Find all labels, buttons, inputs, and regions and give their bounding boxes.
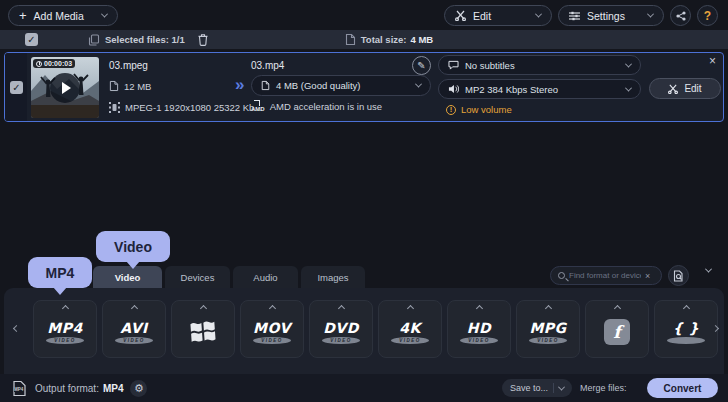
share-button[interactable]: [670, 5, 691, 26]
clock-icon: [36, 61, 42, 67]
convert-arrow-icon: »: [235, 75, 241, 95]
output-format-icon: MP4: [12, 380, 27, 397]
file-icon: [261, 80, 270, 91]
collapse-panel-chevron[interactable]: [705, 266, 712, 273]
total-size-file-icon: [345, 33, 356, 46]
source-codec: MPEG-1 1920x1080 25322 Kb...: [125, 102, 262, 113]
source-size-row: 12 MB: [109, 80, 151, 92]
format-search[interactable]: ×: [550, 266, 662, 285]
mov-logo: MOVVIDEO: [253, 311, 291, 357]
edit-file-label: Edit: [684, 83, 701, 94]
format-tile-avi[interactable]: AVIVIDEOAVI: [102, 300, 166, 358]
output-filename: 03.mp4: [251, 60, 284, 71]
output-quality-value: 4 MB (Good quality): [276, 80, 360, 91]
video-thumbnail[interactable]: 00:00:03: [31, 57, 99, 118]
row-checkbox[interactable]: ✓: [10, 81, 23, 94]
warning-row: ! Low volume: [446, 104, 512, 115]
acceleration-text: AMD acceleration is in use: [270, 101, 382, 112]
remove-file-button[interactable]: ×: [709, 54, 716, 68]
format-tile-flv[interactable]: fFLV (Flash Video): [585, 300, 649, 358]
tab-images[interactable]: Images: [301, 266, 365, 288]
source-size: 12 MB: [124, 81, 151, 92]
audio-track-dropdown[interactable]: MP2 384 Kbps Stereo: [438, 79, 641, 99]
edit-file-button[interactable]: Edit: [649, 78, 721, 99]
tile-logo-text: 4K: [399, 321, 421, 335]
select-all-checkbox[interactable]: ✓: [25, 33, 38, 46]
tab-audio[interactable]: Audio: [233, 266, 298, 288]
file-row[interactable]: ✓ 00:00:03 03.mpeg 12 MB MPEG-1 1920x108…: [4, 52, 724, 122]
topbar-left: + Add Media: [8, 5, 118, 26]
acceleration-row: AMD AMD acceleration is in use: [251, 101, 382, 112]
windows-logo-icon: [190, 320, 216, 344]
play-button[interactable]: [50, 73, 80, 103]
format-tile-mp4[interactable]: MP4VIDEOMP4: [33, 300, 97, 358]
mp4-callout: MP4: [28, 257, 92, 288]
audio-track-value: MP2 384 Kbps Stereo: [465, 84, 558, 95]
share-icon: [676, 11, 686, 21]
tile-logo-oval: VIDEO: [529, 337, 567, 344]
hd-logo: HDVIDEO: [460, 311, 498, 357]
topbar-right: Edit Settings ?: [444, 5, 718, 26]
chevron-down-icon: [558, 383, 565, 390]
source-filename: 03.mpeg: [109, 60, 148, 71]
output-format-settings-button[interactable]: ⚙: [130, 380, 147, 397]
subtitles-dropdown[interactable]: No subtitles: [438, 55, 641, 75]
add-media-button[interactable]: + Add Media: [8, 5, 118, 26]
tab-video[interactable]: Video: [93, 266, 162, 288]
output-quality-dropdown[interactable]: 4 MB (Good quality): [251, 75, 431, 96]
format-tile-dvd[interactable]: DVDVIDEODVD-Compatible Video: [309, 300, 373, 358]
mp4-callout-label: MP4: [46, 265, 75, 281]
video-callout-label: Video: [114, 239, 152, 255]
chevron-down-icon: [101, 11, 108, 18]
tile-logo-text: DVD: [323, 321, 359, 335]
speaker-icon: [448, 84, 459, 94]
settings-button[interactable]: Settings: [558, 5, 664, 26]
format-tile-hd[interactable]: HDVIDEOHD/Full HD: [447, 300, 511, 358]
warning-icon: !: [446, 105, 456, 115]
bottom-bar: MP4 Output format: MP4 ⚙ Save to... Merg…: [0, 374, 728, 402]
format-tile-mov[interactable]: MOVVIDEOMOV: [240, 300, 304, 358]
format-tile-4k[interactable]: 4KVIDEO4K Ultra HD: [378, 300, 442, 358]
video-callout: Video: [96, 231, 170, 262]
output-format-value: MP4: [103, 383, 124, 394]
browse-preset-button[interactable]: [668, 265, 689, 286]
search-icon: [558, 272, 565, 279]
subtitles-value: No subtitles: [465, 60, 515, 71]
mpg-logo: MPGVIDEO: [529, 311, 567, 357]
tab-devices[interactable]: Devices: [165, 266, 230, 288]
rename-button[interactable]: ✎: [412, 56, 431, 75]
edit-menu-button[interactable]: Edit: [444, 5, 552, 26]
tile-logo-oval: VIDEO: [391, 337, 429, 344]
selection-bar: ✓ Selected files: 1/1 Total size: 4 MB: [0, 30, 728, 49]
duration-text: 00:00:03: [44, 60, 72, 67]
divider: [553, 383, 554, 393]
add-media-label: Add Media: [34, 10, 84, 22]
tile-logo-oval: VIDEO: [253, 337, 291, 344]
duration-badge: 00:00:03: [33, 59, 75, 68]
tile-logo-text: MP4: [47, 321, 82, 335]
amd-icon: AMD: [251, 106, 265, 112]
format-tile-wmv[interactable]: WMV: [171, 300, 235, 358]
chevron-down-icon: [415, 81, 422, 88]
format-tabs: VideoDevicesAudioImages: [93, 266, 365, 288]
search-input[interactable]: [569, 271, 641, 280]
scroll-left-arrow[interactable]: [13, 325, 20, 332]
tile-logo-oval: VIDEO: [115, 337, 153, 344]
help-button[interactable]: ?: [697, 5, 718, 26]
format-tile-mkv[interactable]: { }MKV: [654, 300, 718, 358]
wmv-logo: [190, 311, 216, 357]
save-to-button[interactable]: Save to...: [502, 379, 572, 397]
search-clear-icon[interactable]: ×: [645, 271, 650, 281]
4k-logo: 4KVIDEO: [391, 311, 429, 357]
convert-label: Convert: [664, 383, 702, 394]
file-icon: [109, 80, 119, 92]
convert-button[interactable]: Convert: [647, 378, 718, 398]
speech-bubble-icon: [448, 60, 459, 70]
format-tile-mpg[interactable]: MPGVIDEOMPG: [516, 300, 580, 358]
trash-icon[interactable]: [197, 33, 209, 46]
output-format-label: Output format:: [35, 383, 99, 394]
play-icon: [62, 82, 71, 94]
chevron-down-icon: [625, 84, 632, 91]
merge-files-label: Merge files:: [580, 383, 627, 393]
gear-icon: ⚙: [134, 382, 144, 395]
